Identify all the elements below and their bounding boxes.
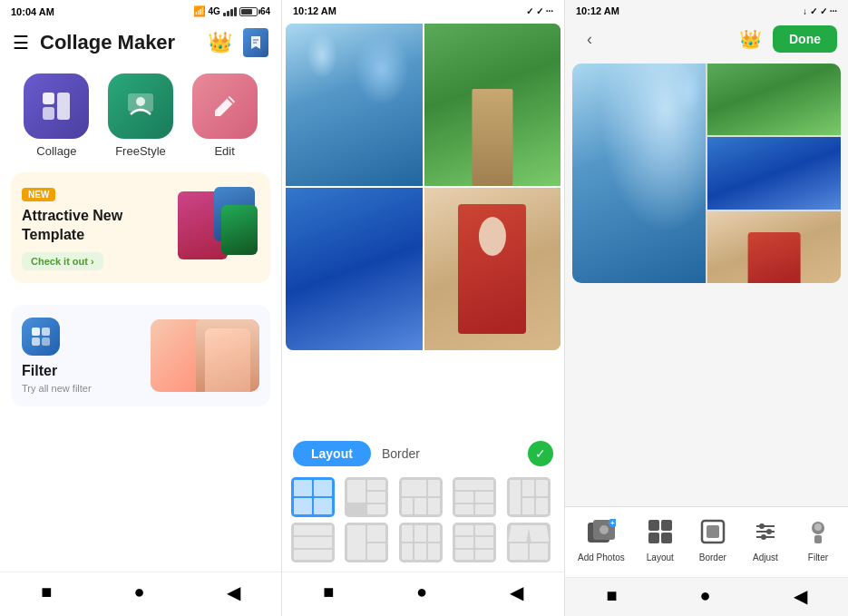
nav-stop-2[interactable]: ■ <box>323 582 334 603</box>
collage-label: Collage <box>36 144 76 158</box>
time-2: 10:12 AM <box>293 5 336 16</box>
filter-preview <box>151 319 259 392</box>
svg-rect-18 <box>648 533 659 543</box>
collage-icon <box>24 73 89 139</box>
collage-grid-3 <box>572 64 841 283</box>
layout-thumb-6[interactable] <box>291 523 335 562</box>
freestyle-icon <box>108 73 173 139</box>
promo-banner[interactable]: NEW Attractive New Template Check it out… <box>11 172 270 283</box>
svg-point-23 <box>759 523 765 529</box>
svg-point-25 <box>766 529 772 534</box>
svg-rect-3 <box>43 107 54 120</box>
edit-icon <box>192 73 258 139</box>
feature-freestyle[interactable]: FreeStyle <box>108 73 173 158</box>
layout-thumb-9[interactable] <box>453 523 496 562</box>
status-bar-1: 10:04 AM 📶 4G 64 <box>0 0 281 21</box>
app-title: Collage Maker <box>40 31 197 54</box>
feature-icons-row: Collage FreeStyle Edit <box>0 66 281 172</box>
freestyle-label: FreeStyle <box>115 144 166 158</box>
collage-cell-bl <box>286 188 423 350</box>
promo-text: NEW Attractive New Template Check it out… <box>22 185 169 270</box>
svg-rect-21 <box>707 525 719 538</box>
filter-label: Filter <box>808 552 828 562</box>
app-header: ☰ Collage Maker 👑 <box>0 21 281 66</box>
adjust-tool[interactable]: Adjust <box>748 514 783 562</box>
status-bar-3: 10:12 AM ↓ ✓ ✓ ··· <box>565 0 848 20</box>
filter-section[interactable]: Filter Try all new filter <box>11 305 270 406</box>
feature-edit[interactable]: Edit <box>192 73 258 158</box>
crown-icon-3[interactable]: 👑 <box>739 28 762 50</box>
check-it-out-button[interactable]: Check it out › <box>22 252 103 270</box>
filter-subtitle: Try all new filter <box>22 383 141 394</box>
crown-icon[interactable]: 👑 <box>208 31 232 54</box>
svg-point-13 <box>599 525 609 534</box>
layout-thumb-2[interactable] <box>345 477 388 517</box>
promo-images <box>178 187 259 269</box>
bookmark-icon[interactable] <box>243 28 268 57</box>
bottom-nav-1: ■ ● ◀ <box>0 572 281 616</box>
confirm-check[interactable]: ✓ <box>528 441 553 466</box>
svg-rect-7 <box>32 328 40 336</box>
svg-point-27 <box>761 534 766 540</box>
panel-edit-collage: 10:12 AM ↓ ✓ ✓ ··· ‹ 👑 Done <box>565 0 848 616</box>
nav-back-2[interactable]: ◀ <box>510 582 523 603</box>
done-button[interactable]: Done <box>773 25 837 53</box>
nav-back-3[interactable]: ◀ <box>794 585 807 607</box>
promo-img-3 <box>221 205 258 255</box>
svg-rect-19 <box>661 533 672 543</box>
nav-stop-1[interactable]: ■ <box>41 582 52 603</box>
adjust-icon <box>748 514 783 549</box>
new-badge: NEW <box>22 188 55 201</box>
battery-pct-1: 64 <box>260 6 270 16</box>
layout-tab[interactable]: Layout <box>293 441 371 466</box>
nav-home-3[interactable]: ● <box>700 585 711 607</box>
layout-border-tabs: Layout Border ✓ <box>282 434 564 474</box>
signal-bars <box>223 7 237 16</box>
collage-cell3-mr <box>707 137 841 209</box>
svg-point-6 <box>136 97 145 106</box>
back-button[interactable]: ‹ <box>576 25 603 53</box>
layout-tool[interactable]: Layout <box>643 514 677 562</box>
nav-home-1[interactable]: ● <box>133 582 144 603</box>
add-photos-label: Add Photos <box>578 552 625 562</box>
bottom-nav-3: ■ ● ◀ <box>565 577 848 616</box>
layout-thumb-8[interactable] <box>399 523 443 562</box>
panel-collage-maker: 10:04 AM 📶 4G 64 ☰ Collage Maker 👑 <box>0 0 282 616</box>
filter-tool[interactable]: Filter <box>801 514 835 562</box>
collage-grid <box>286 24 560 350</box>
collage-cell3-tr <box>707 64 841 135</box>
status-right-3: ↓ ✓ ✓ ··· <box>803 6 837 16</box>
layout-thumb-1[interactable] <box>291 477 335 517</box>
layout-thumb-10[interactable] <box>507 523 551 562</box>
layout-icon <box>643 514 677 549</box>
add-photos-tool[interactable]: + Add Photos <box>578 514 625 562</box>
lte-text: 4G <box>209 6 220 16</box>
layout-thumb-4[interactable] <box>453 477 496 517</box>
feature-collage[interactable]: Collage <box>24 73 89 158</box>
nav-home-2[interactable]: ● <box>416 582 427 603</box>
collage-preview-area <box>282 20 564 434</box>
collage-cell3-br <box>707 211 841 283</box>
add-photos-icon: + <box>584 514 619 549</box>
border-tool[interactable]: Border <box>696 514 730 562</box>
edit-label: Edit <box>214 144 234 158</box>
menu-icon[interactable]: ☰ <box>13 32 29 54</box>
layout-thumb-7[interactable] <box>345 523 388 562</box>
nav-back-1[interactable]: ◀ <box>227 582 240 603</box>
check-icons: ✓ ✓ <box>526 6 543 16</box>
empty-space <box>565 287 848 506</box>
wifi-icon: 📶 <box>193 5 206 17</box>
layout-thumb-5[interactable] <box>507 477 551 517</box>
adjust-label: Adjust <box>753 552 778 562</box>
promo-image-stack <box>178 187 259 269</box>
filter-icon <box>22 318 60 356</box>
border-label: Border <box>699 552 726 562</box>
svg-rect-9 <box>32 337 40 346</box>
layout-thumb-3[interactable] <box>399 477 443 517</box>
status-bar-2: 10:12 AM ✓ ✓ ··· <box>282 0 564 20</box>
nav-stop-3[interactable]: ■ <box>606 585 617 607</box>
border-tab[interactable]: Border <box>382 446 420 461</box>
battery-1 <box>239 7 258 16</box>
svg-rect-16 <box>648 520 659 531</box>
bottom-nav-2: ■ ● ◀ <box>282 572 564 616</box>
